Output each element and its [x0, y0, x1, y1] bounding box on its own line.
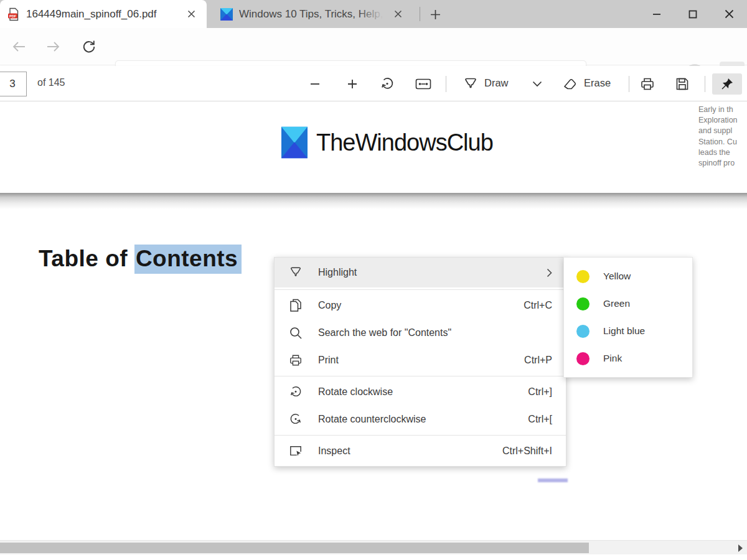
window-controls: [639, 0, 747, 28]
menu-item-rotate-counterclockwise[interactable]: Rotate counterclockwise Ctrl+[: [275, 406, 566, 433]
page-title: Table of Contents: [39, 246, 242, 272]
menu-item-rotate-clockwise[interactable]: Rotate clockwise Ctrl+]: [275, 378, 566, 406]
menu-item-search-web[interactable]: Search the web for "Contents": [275, 319, 566, 347]
rotate-counterclockwise-icon: [288, 412, 303, 427]
green-color-swatch: [576, 297, 590, 310]
toolbar-separator: [446, 76, 446, 92]
menu-item-label: Print: [318, 355, 524, 366]
horizontal-scrollbar[interactable]: [0, 540, 747, 554]
menu-shortcut: Ctrl+C: [524, 300, 552, 311]
logo-text: TheWindowsClub: [316, 129, 493, 156]
twc-favicon-icon: [220, 8, 233, 21]
submenu-item-pink[interactable]: Pink: [564, 345, 692, 372]
menu-item-label: Highlight: [318, 267, 547, 278]
margin-line: spinoff pro: [698, 158, 747, 169]
menu-shortcut: Ctrl+]: [528, 386, 552, 398]
eraser-icon[interactable]: [559, 73, 581, 95]
tab-title: Windows 10 Tips, Tricks, Help, Su: [239, 8, 383, 21]
chevron-down-icon[interactable]: [526, 73, 548, 95]
menu-shortcut: Ctrl+Shift+I: [502, 446, 552, 457]
draw-pen-icon[interactable]: [459, 73, 482, 95]
print-icon: [288, 353, 303, 368]
inspect-icon: [288, 444, 303, 459]
forward-icon[interactable]: [42, 35, 65, 58]
submenu-item-yellow[interactable]: Yellow: [564, 263, 692, 290]
light-blue-color-swatch: [576, 325, 590, 338]
twc-logo-icon: [281, 126, 308, 159]
zoom-in-icon[interactable]: [341, 73, 364, 95]
menu-item-label: Copy: [318, 300, 524, 311]
selected-text[interactable]: Contents: [134, 245, 242, 274]
close-tab-icon[interactable]: [390, 6, 406, 22]
submenu-arrow-icon: [547, 268, 552, 278]
yellow-color-swatch: [576, 270, 590, 283]
margin-line: Station. Cu: [698, 137, 747, 147]
reload-icon[interactable]: [78, 35, 100, 58]
page-margin-text: Early in th Exploration and suppl Statio…: [698, 105, 747, 169]
margin-line: Exploration: [698, 115, 747, 126]
page-separator: [0, 193, 747, 209]
pdf-file-icon: PDF: [7, 7, 20, 21]
pdf-toolbar: 3 of 145 Draw: [0, 66, 747, 101]
minimize-button[interactable]: [639, 0, 675, 28]
margin-line: leads the: [698, 147, 747, 158]
tab-separator: [420, 7, 420, 21]
heading-text: Table of: [39, 246, 134, 271]
menu-divider: [275, 289, 566, 290]
menu-divider: [275, 376, 566, 376]
toolbar-separator: [705, 76, 705, 92]
navigation-bar: File C:/Users/Love/Desktop/TheWindowsClu…: [0, 28, 747, 65]
close-tab-icon[interactable]: [183, 6, 199, 22]
menu-item-copy[interactable]: Copy Ctrl+C: [275, 292, 566, 319]
margin-line: Early in th: [698, 105, 747, 115]
menu-item-highlight[interactable]: Highlight: [275, 258, 566, 287]
context-menu: Highlight Copy Ctrl+C: [274, 257, 566, 467]
menu-shortcut: Ctrl+P: [524, 355, 552, 366]
pdf-page-view: TheWindowsClub Early in th Exploration a…: [0, 101, 747, 540]
toolbar-separator: [629, 76, 629, 92]
margin-line: and suppl: [698, 126, 747, 136]
submenu-item-label: Light blue: [603, 325, 645, 337]
draw-label[interactable]: Draw: [484, 77, 509, 89]
scrollbar-thumb[interactable]: [0, 543, 589, 553]
thewindowsclub-logo: TheWindowsClub: [281, 126, 493, 159]
menu-item-label: Rotate counterclockwise: [318, 414, 528, 425]
submenu-item-label: Pink: [603, 353, 622, 364]
tab-bar: PDF 164449main_spinoff_06.pdf Windows 10…: [0, 0, 747, 28]
tab-title: 164449main_spinoff_06.pdf: [26, 8, 177, 21]
page-count-label: of 145: [37, 77, 65, 88]
menu-item-label: Search the web for "Contents": [318, 327, 552, 338]
zoom-out-icon[interactable]: [304, 73, 326, 95]
pin-toolbar-icon[interactable]: [712, 73, 742, 95]
scroll-right-arrow-icon[interactable]: [735, 543, 745, 553]
menu-item-label: Inspect: [318, 446, 502, 457]
menu-item-print[interactable]: Print Ctrl+P: [275, 347, 566, 374]
erase-label[interactable]: Erase: [584, 77, 611, 89]
menu-shortcut: Ctrl+[: [528, 414, 552, 425]
submenu-item-light-blue[interactable]: Light blue: [564, 317, 692, 345]
tab-windowsclub[interactable]: Windows 10 Tips, Tricks, Help, Su: [213, 0, 413, 28]
submenu-item-label: Yellow: [603, 271, 631, 282]
close-window-button[interactable]: [711, 0, 747, 28]
svg-text:PDF: PDF: [9, 14, 17, 17]
rotate-icon[interactable]: [376, 73, 398, 95]
highlight-color-submenu: Yellow Green Light blue Pink: [563, 257, 693, 378]
save-icon[interactable]: [671, 73, 693, 95]
submenu-item-green[interactable]: Green: [564, 290, 692, 317]
menu-divider: [275, 435, 566, 436]
pink-color-swatch: [576, 352, 590, 365]
fit-to-width-icon[interactable]: [412, 73, 435, 95]
browser-window: PDF 164449main_spinoff_06.pdf Windows 10…: [0, 0, 747, 560]
page-number-input[interactable]: 3: [0, 72, 27, 96]
new-tab-button[interactable]: [426, 5, 444, 24]
background-text-fragment: [538, 478, 568, 482]
menu-item-inspect[interactable]: Inspect Ctrl+Shift+I: [275, 437, 566, 465]
rotate-clockwise-icon: [288, 385, 303, 399]
search-icon: [288, 325, 303, 340]
back-icon[interactable]: [7, 35, 30, 58]
maximize-button[interactable]: [675, 0, 711, 28]
tab-pdf[interactable]: PDF 164449main_spinoff_06.pdf: [0, 0, 207, 28]
highlighter-icon: [288, 265, 303, 280]
copy-icon: [288, 298, 303, 313]
print-icon[interactable]: [636, 73, 659, 95]
